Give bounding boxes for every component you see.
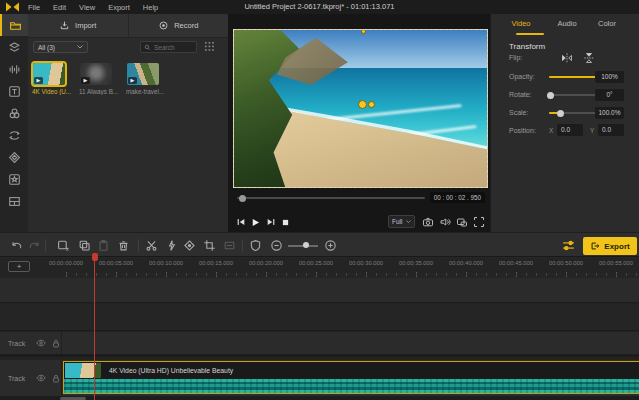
stop-button[interactable] bbox=[279, 216, 292, 228]
fullscreen-button[interactable] bbox=[473, 216, 485, 228]
timeline-panel: + 00:00:00.000 00:00:05.000 00:00:10.000… bbox=[0, 258, 639, 400]
clip-audio-waveform bbox=[64, 379, 639, 393]
seek-slider[interactable] bbox=[237, 197, 425, 199]
menu-view[interactable]: View bbox=[79, 3, 95, 12]
copy-button[interactable] bbox=[78, 239, 91, 252]
media-item-2-thumbnail[interactable]: ▶ bbox=[80, 63, 112, 85]
media-topbar: Import Record bbox=[28, 14, 228, 38]
position-x-value[interactable]: 0.0 bbox=[557, 124, 583, 136]
export-frame-button[interactable] bbox=[223, 239, 236, 252]
timeline-zoom-knob[interactable] bbox=[303, 242, 309, 248]
seek-knob[interactable] bbox=[239, 195, 246, 202]
track-row-1[interactable]: Track bbox=[0, 332, 639, 357]
search-input[interactable] bbox=[154, 44, 194, 51]
search-icon bbox=[144, 44, 151, 51]
transform-top-handle[interactable] bbox=[361, 29, 366, 34]
star-box-icon bbox=[8, 173, 21, 186]
transform-center-handle[interactable] bbox=[368, 101, 375, 108]
position-y-value[interactable]: 0.0 bbox=[598, 124, 624, 136]
timecode-display: 00 : 00 : 02 . 950 bbox=[430, 192, 485, 203]
media-item-3-thumbnail[interactable]: ▶ bbox=[127, 63, 159, 85]
timeline-clip[interactable]: 4K Video (Ultra HD) Unbelievable Beauty bbox=[63, 361, 639, 394]
timeline-ruler[interactable]: + 00:00:00.000 00:00:05.000 00:00:10.000… bbox=[0, 258, 639, 278]
rail-media-tab[interactable] bbox=[0, 14, 28, 36]
timeline-zoom-in-button[interactable] bbox=[324, 239, 337, 252]
timeline-settings-button[interactable] bbox=[561, 238, 576, 253]
menu-help[interactable]: Help bbox=[143, 3, 158, 12]
redo-button[interactable] bbox=[28, 239, 41, 252]
volume-button[interactable] bbox=[439, 216, 451, 228]
rail-effects-tab[interactable] bbox=[0, 146, 28, 168]
layers-icon bbox=[8, 41, 21, 54]
snapshot-button[interactable] bbox=[422, 216, 434, 228]
scale-value[interactable]: 100.0% bbox=[595, 107, 624, 119]
keyframe-button[interactable] bbox=[183, 239, 196, 252]
track-row-2[interactable]: Track 4K Video (Ultra HD) Unbelievable B… bbox=[0, 360, 639, 396]
rail-stock-tab[interactable] bbox=[0, 36, 28, 58]
grid-view-button[interactable] bbox=[205, 42, 214, 51]
lock-icon[interactable] bbox=[52, 339, 60, 348]
play-button[interactable] bbox=[249, 216, 262, 228]
media-panel: Import Record All (3) ▶ ▶ ▶ 4K Video (U.… bbox=[28, 14, 228, 232]
rotate-knob[interactable] bbox=[547, 92, 554, 99]
prev-frame-button[interactable] bbox=[234, 216, 247, 228]
rail-text-tab[interactable] bbox=[0, 80, 28, 102]
next-frame-button[interactable] bbox=[264, 216, 277, 228]
media-item-1-thumbnail[interactable]: ▶ bbox=[33, 63, 65, 85]
pip-preview-button[interactable] bbox=[456, 216, 468, 228]
rail-audio-tab[interactable] bbox=[0, 58, 28, 80]
crop-button[interactable] bbox=[203, 239, 216, 252]
timeline-empty-lane-2[interactable] bbox=[0, 304, 639, 331]
rail-filters-tab[interactable] bbox=[0, 102, 28, 124]
scale-label: Scale: bbox=[509, 109, 528, 116]
paste-button[interactable] bbox=[97, 239, 110, 252]
import-button[interactable]: Import bbox=[28, 14, 129, 37]
menu-edit[interactable]: Edit bbox=[53, 3, 66, 12]
timeline-horizontal-scrollbar[interactable] bbox=[0, 396, 639, 400]
opacity-label: Opacity: bbox=[509, 73, 535, 80]
lock-icon[interactable] bbox=[52, 374, 60, 383]
rail-transitions-tab[interactable] bbox=[0, 124, 28, 146]
snap-button[interactable] bbox=[249, 239, 262, 252]
playhead[interactable] bbox=[94, 255, 95, 400]
track-2-label: Track bbox=[8, 375, 30, 382]
opacity-value[interactable]: 100% bbox=[595, 71, 624, 83]
select-clip-button[interactable] bbox=[57, 239, 70, 252]
menu-file[interactable]: File bbox=[28, 3, 40, 12]
flip-vertical-button[interactable] bbox=[583, 52, 595, 64]
timeline-zoom-out-button[interactable] bbox=[270, 239, 283, 252]
tab-audio[interactable]: Audio bbox=[549, 19, 585, 33]
split-scissors-button[interactable] bbox=[145, 239, 158, 252]
play-badge-icon: ▶ bbox=[128, 77, 137, 84]
flip-horizontal-button[interactable] bbox=[561, 52, 573, 64]
export-button[interactable]: Export bbox=[583, 237, 637, 255]
menu-export[interactable]: Export bbox=[108, 3, 130, 12]
delete-button[interactable] bbox=[117, 239, 130, 252]
scrollbar-thumb[interactable] bbox=[60, 397, 86, 400]
rotate-label: Rotate: bbox=[509, 91, 532, 98]
preview-zoom-dropdown[interactable]: Full bbox=[388, 215, 415, 228]
track-2-header: Track bbox=[0, 360, 62, 396]
tab-video[interactable]: Video bbox=[501, 19, 541, 33]
timeline-empty-lane-1[interactable] bbox=[0, 278, 639, 303]
eye-icon[interactable] bbox=[36, 339, 46, 347]
flip-label: Flip: bbox=[509, 54, 522, 61]
freeze-frame-button[interactable] bbox=[165, 239, 178, 252]
playhead-handle[interactable] bbox=[92, 253, 98, 261]
scale-knob[interactable] bbox=[557, 110, 564, 117]
rotate-value[interactable]: 0° bbox=[595, 89, 624, 101]
timeline-zoom-slider[interactable] bbox=[288, 245, 318, 247]
rail-elements-tab[interactable] bbox=[0, 168, 28, 190]
rail-split-screen-tab[interactable] bbox=[0, 190, 28, 212]
media-filter-dropdown[interactable]: All (3) bbox=[33, 41, 88, 53]
undo-button[interactable] bbox=[10, 239, 23, 252]
tab-color[interactable]: Color bbox=[589, 19, 625, 33]
record-button[interactable]: Record bbox=[129, 14, 229, 37]
menu-bar: File Edit View Export Help Untitled Proj… bbox=[0, 0, 639, 14]
preview-video-canvas[interactable] bbox=[233, 29, 488, 188]
eye-icon[interactable] bbox=[36, 374, 46, 382]
media-item-1-label: 4K Video (U... bbox=[32, 88, 76, 95]
media-item-3-label: make-travel... bbox=[126, 88, 170, 95]
transform-rotate-handle[interactable] bbox=[358, 100, 367, 109]
chevron-down-icon bbox=[406, 220, 411, 224]
